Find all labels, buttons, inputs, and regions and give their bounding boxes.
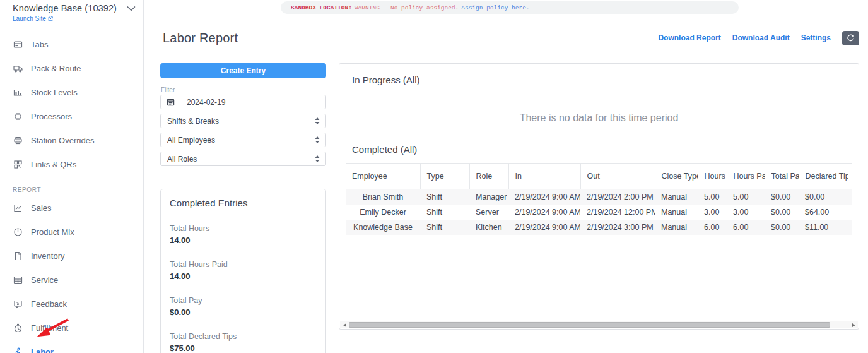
sidebar-item-sales[interactable]: Sales [0, 196, 143, 220]
col-hours[interactable]: Hours [698, 164, 727, 189]
refresh-icon [847, 34, 855, 42]
stat-label: Total Declared Tips [170, 332, 317, 341]
horizontal-scrollbar[interactable] [340, 321, 858, 328]
cell-out: 2/19/2024 12:00 PM [580, 205, 655, 220]
cell-in: 2/19/2024 9:00 AM [508, 189, 580, 205]
stat-total-hours-paid: Total Hours Paid 14.00 [168, 253, 318, 289]
launch-site-link[interactable]: Launch Site [13, 15, 53, 22]
col-close-type[interactable]: Close Type [655, 164, 698, 189]
employees-select[interactable]: All Employees [160, 133, 326, 147]
sidebar-item-processors[interactable]: Processors [0, 104, 143, 128]
sidebar: Knowledge Base (10392) Launch Site Tabs … [0, 0, 144, 353]
sidebar-item-label: Processors [31, 112, 72, 121]
cell-close-type: Manual [655, 205, 698, 220]
sidebar-item-label: Stock Levels [31, 88, 78, 97]
cell-out: 2/19/2024 2:00 PM [580, 189, 655, 205]
sidebar-item-label: Inventory [31, 251, 64, 261]
scroll-left-arrow[interactable] [340, 321, 349, 329]
cell-type: Shift [420, 220, 469, 235]
cell-total-pay: $0.00 [765, 189, 799, 205]
cell-hours-paid: 6.00 [727, 220, 765, 235]
col-out[interactable]: Out [580, 164, 655, 189]
sidebar-item-fulfillment[interactable]: Fulfillment [0, 316, 143, 340]
scroll-right-arrow[interactable] [849, 321, 858, 329]
sidebar-item-label: Feedback [31, 299, 67, 309]
cell-declared-tips: $0.00 [799, 189, 848, 205]
cell-type: Shift [420, 205, 469, 220]
col-role[interactable]: Role [469, 164, 508, 189]
page-header: Labor Report Download Report Download Au… [144, 14, 859, 49]
table-row[interactable]: Brian Smith Shift Manager 2/19/2024 9:00… [346, 189, 852, 205]
feedback-bubble-icon [13, 299, 23, 309]
roles-select-value: All Roles [167, 155, 197, 164]
sidebar-item-label: Pack & Route [31, 64, 81, 73]
stopwatch-icon [13, 323, 23, 333]
cpu-icon [13, 111, 23, 121]
stat-label: Total Hours [170, 224, 317, 233]
report-column: In Progress (All) There is no data for t… [339, 63, 859, 353]
sidebar-item-inventory[interactable]: Inventory [0, 244, 143, 268]
scrollbar-thumb[interactable] [349, 322, 830, 328]
sandbox-warning-banner: SANDBOX LOCATION: WARNING - No policy as… [281, 1, 739, 14]
cell-hours: 3.00 [698, 205, 727, 220]
site-name: Knowledge Base (10392) [13, 3, 117, 13]
stat-total-hours: Total Hours 14.00 [168, 217, 318, 253]
sidebar-item-station-overrides[interactable]: Station Overrides [0, 128, 143, 152]
site-switcher[interactable]: Knowledge Base (10392) [13, 3, 136, 13]
panel-spacer [339, 235, 859, 321]
sidebar-item-product-mix[interactable]: Product Mix [0, 220, 143, 244]
calendar-icon[interactable] [161, 95, 180, 109]
col-total-pay[interactable]: Total Pay [765, 164, 799, 189]
cell-employee: Knowledge Base [346, 220, 420, 235]
cell-close-type: Manual [655, 220, 698, 235]
labor-person-icon [13, 347, 23, 353]
stat-label: Total Hours Paid [170, 260, 317, 269]
sidebar-item-pack-route[interactable]: Pack & Route [0, 56, 143, 80]
col-filler [848, 164, 852, 189]
cell-in: 2/19/2024 9:00 AM [508, 205, 580, 220]
roles-select[interactable]: All Roles [160, 152, 326, 166]
sidebar-item-labor[interactable]: Labor [0, 340, 143, 353]
sidebar-item-service[interactable]: Service [0, 268, 143, 292]
cell-close-type: Manual [655, 189, 698, 205]
refresh-button[interactable] [842, 31, 859, 45]
col-in[interactable]: In [508, 164, 580, 189]
completed-entries-title: Completed Entries [161, 189, 326, 217]
download-report-link[interactable]: Download Report [658, 33, 720, 42]
shift-type-select[interactable]: Shifts & Breaks [160, 114, 326, 128]
select-updown-icon [315, 136, 320, 143]
cell-out: 2/19/2024 3:00 PM [580, 220, 655, 235]
date-input[interactable] [180, 95, 326, 109]
col-type[interactable]: Type [420, 164, 469, 189]
cell-filler [848, 220, 852, 235]
stat-value: 14.00 [170, 272, 317, 281]
cell-role: Manager [469, 189, 508, 205]
content-area: Create Entry Filter Shifts & Breaks All … [144, 49, 859, 353]
shift-type-select-value: Shifts & Breaks [167, 117, 219, 126]
table-row[interactable]: Emily Decker Shift Server 2/19/2024 9:00… [346, 205, 852, 220]
report-section-label: REPORT [0, 176, 143, 196]
select-updown-icon [315, 155, 320, 162]
app: Knowledge Base (10392) Launch Site Tabs … [0, 0, 868, 353]
settings-link[interactable]: Settings [801, 33, 831, 42]
sidebar-item-feedback[interactable]: Feedback [0, 292, 143, 316]
table-row[interactable]: Knowledge Base Shift Kitchen 2/19/2024 9… [346, 220, 852, 235]
chevron-down-icon [127, 6, 136, 11]
sidebar-item-tabs[interactable]: Tabs [0, 32, 143, 56]
col-employee[interactable]: Employee [346, 164, 420, 189]
col-hours-paid[interactable]: Hours Paid [727, 164, 765, 189]
sidebar-item-stock-levels[interactable]: Stock Levels [0, 80, 143, 104]
create-entry-button[interactable]: Create Entry [160, 63, 326, 78]
sidebar-item-links-qrs[interactable]: Links & QRs [0, 152, 143, 176]
col-declared-tips[interactable]: Declared Tips [799, 164, 848, 189]
cell-filler [848, 189, 852, 205]
cell-role: Server [469, 205, 508, 220]
stat-value: $75.00 [170, 344, 317, 353]
assign-policy-link[interactable]: Assign policy here. [461, 4, 529, 11]
sidebar-item-label: Fulfillment [31, 323, 68, 333]
date-filter-group [160, 95, 326, 109]
launch-site-label: Launch Site [13, 15, 46, 22]
sidebar-item-label: Labor [31, 347, 54, 353]
cell-role: Kitchen [469, 220, 508, 235]
download-audit-link[interactable]: Download Audit [732, 33, 790, 42]
